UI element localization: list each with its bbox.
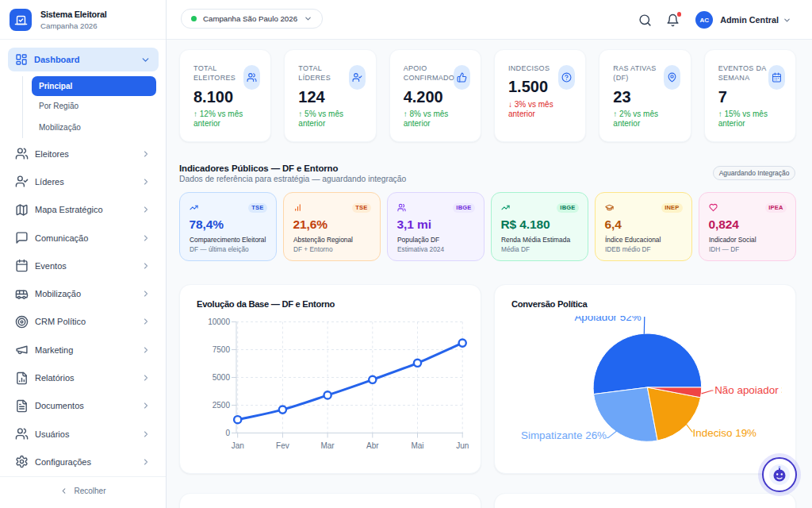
svg-text:Mai: Mai	[411, 441, 423, 450]
svg-text:10000: 10000	[208, 318, 230, 326]
svg-text:Jun: Jun	[456, 441, 469, 450]
svg-text:Não apoiador 3%: Não apoiador 3%	[714, 383, 782, 395]
svg-text:Abr: Abr	[366, 441, 379, 450]
svg-text:5000: 5000	[213, 373, 231, 382]
svg-text:Simpatizante 26%: Simpatizante 26%	[521, 429, 607, 441]
svg-text:0: 0	[225, 429, 230, 437]
svg-text:Fev: Fev	[276, 441, 289, 450]
svg-text:Apoiador 52%: Apoiador 52%	[574, 316, 641, 323]
svg-text:Indeciso 19%: Indeciso 19%	[693, 427, 756, 439]
svg-text:Jan: Jan	[232, 441, 244, 450]
svg-text:2500: 2500	[213, 401, 231, 410]
svg-text:Mar: Mar	[320, 441, 335, 450]
svg-text:7500: 7500	[213, 345, 231, 354]
